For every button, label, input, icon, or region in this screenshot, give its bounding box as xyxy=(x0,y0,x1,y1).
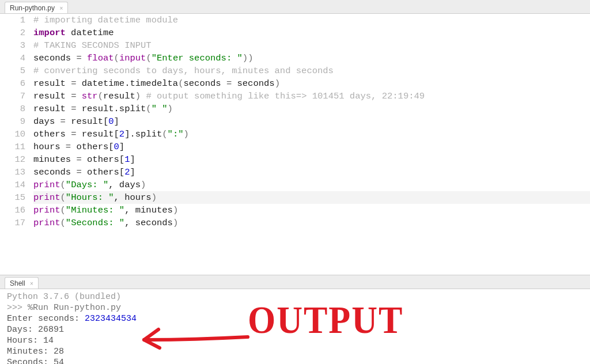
shell-tab-bar: Shell × xyxy=(0,275,590,289)
shell-output-line: Minutes: 28 xyxy=(7,346,583,357)
code-content[interactable]: print("Days: ", days) xyxy=(33,179,590,191)
code-content[interactable]: print("Minutes: ", minutes) xyxy=(33,204,590,217)
line-number: 12 xyxy=(0,153,33,166)
code-line[interactable]: 17print("Seconds: ", seconds) xyxy=(0,217,590,229)
line-number: 17 xyxy=(0,217,33,229)
code-line[interactable]: 13seconds = others[2] xyxy=(0,166,590,179)
line-number: 16 xyxy=(0,204,33,217)
code-line[interactable]: 8result = result.split(" ") xyxy=(0,103,590,115)
python-version: Python 3.7.6 (bundled) xyxy=(7,291,583,302)
line-number: 15 xyxy=(0,191,33,204)
code-content[interactable]: hours = others[0] xyxy=(33,141,590,153)
line-number: 13 xyxy=(0,166,33,179)
code-content[interactable]: others = result[2].split(":") xyxy=(33,128,590,141)
editor-tab-bar: Run-python.py × xyxy=(0,0,590,14)
code-line[interactable]: 11hours = others[0] xyxy=(0,141,590,153)
code-content[interactable]: days = result[0] xyxy=(33,115,590,128)
line-number: 14 xyxy=(0,179,33,191)
code-content[interactable]: result = result.split(" ") xyxy=(33,103,590,115)
code-line[interactable]: 2import datetime xyxy=(0,26,590,39)
line-number: 2 xyxy=(0,26,33,39)
code-content[interactable]: print("Seconds: ", seconds) xyxy=(33,217,590,229)
shell-prompt: >>> xyxy=(7,303,28,313)
code-line[interactable]: 1# importing datetime module xyxy=(0,14,590,26)
code-content[interactable]: minutes = others[1] xyxy=(33,153,590,166)
code-editor[interactable]: 1# importing datetime module2import date… xyxy=(0,14,590,275)
editor-tab-label: Run-python.py xyxy=(10,4,55,12)
code-line[interactable]: 7result = str(result) # output something… xyxy=(0,90,590,103)
shell-run-line: >>> %Run Run-python.py xyxy=(7,302,583,313)
close-icon[interactable]: × xyxy=(30,280,33,287)
line-number: 8 xyxy=(0,103,33,115)
code-line[interactable]: 9days = result[0] xyxy=(0,115,590,128)
code-content[interactable]: # converting seconds to days, hours, min… xyxy=(33,65,590,77)
code-content[interactable]: # TAKING SECONDS INPUT xyxy=(33,39,590,52)
shell-output[interactable]: Python 3.7.6 (bundled) >>> %Run Run-pyth… xyxy=(0,289,590,364)
code-line[interactable]: 10others = result[2].split(":") xyxy=(0,128,590,141)
code-line[interactable]: 12minutes = others[1] xyxy=(0,153,590,166)
line-number: 7 xyxy=(0,90,33,103)
line-number: 11 xyxy=(0,141,33,153)
code-line[interactable]: 4seconds = float(input("Enter seconds: "… xyxy=(0,52,590,65)
line-number: 5 xyxy=(0,65,33,77)
code-line[interactable]: 3# TAKING SECONDS INPUT xyxy=(0,39,590,52)
shell-output-line: Days: 26891 xyxy=(7,324,583,335)
line-number: 6 xyxy=(0,77,33,90)
line-number: 1 xyxy=(0,14,33,26)
code-content[interactable]: result = str(result) # output something … xyxy=(33,90,590,103)
shell-tab-label: Shell xyxy=(10,279,25,287)
shell-output-line: Hours: 14 xyxy=(7,335,583,346)
line-number: 10 xyxy=(0,128,33,141)
code-content[interactable]: seconds = float(input("Enter seconds: ")… xyxy=(33,52,590,65)
code-content[interactable]: print("Hours: ", hours) xyxy=(33,191,590,204)
code-line[interactable]: 14print("Days: ", days) xyxy=(0,179,590,191)
code-content[interactable]: seconds = others[2] xyxy=(33,166,590,179)
code-line[interactable]: 15print("Hours: ", hours) xyxy=(0,191,590,204)
code-content[interactable]: result = datetime.timedelta(seconds = se… xyxy=(33,77,590,90)
shell-output-line: Seconds: 54 xyxy=(7,357,583,364)
shell-output-line: Enter seconds: 2323434534 xyxy=(7,313,583,324)
code-line[interactable]: 6result = datetime.timedelta(seconds = s… xyxy=(0,77,590,90)
line-number: 3 xyxy=(0,39,33,52)
code-content[interactable]: import datetime xyxy=(33,26,590,39)
code-line[interactable]: 5# converting seconds to days, hours, mi… xyxy=(0,65,590,77)
code-content[interactable]: # importing datetime module xyxy=(33,14,590,26)
close-icon[interactable]: × xyxy=(59,5,63,12)
shell-tab[interactable]: Shell × xyxy=(5,277,39,289)
code-line[interactable]: 16print("Minutes: ", minutes) xyxy=(0,204,590,217)
editor-tab[interactable]: Run-python.py × xyxy=(5,2,68,13)
line-number: 9 xyxy=(0,115,33,128)
line-number: 4 xyxy=(0,52,33,65)
shell-run-cmd: %Run Run-python.py xyxy=(28,303,121,313)
